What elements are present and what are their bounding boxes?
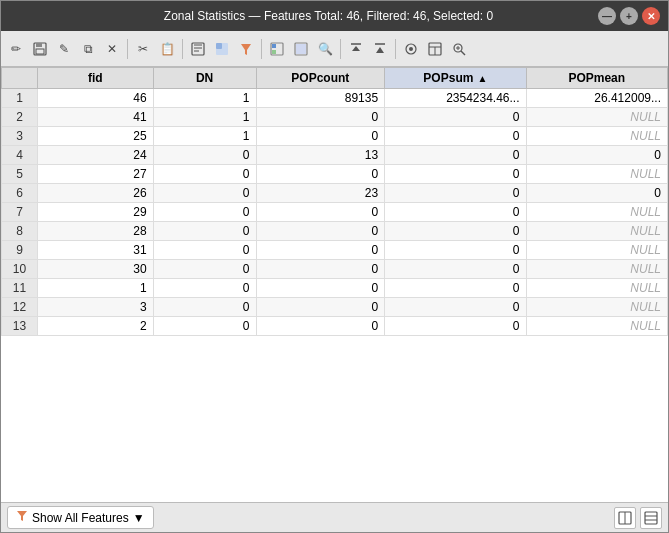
table-row[interactable]: 729000NULL: [2, 203, 668, 222]
svg-marker-28: [17, 511, 27, 521]
col-header-rownum[interactable]: [2, 68, 38, 89]
filter-rows-icon[interactable]: [235, 38, 257, 60]
cell-popmean: NULL: [526, 165, 667, 184]
cell-dn: 0: [153, 184, 256, 203]
cell-popcount: 13: [256, 146, 385, 165]
cell-rownum: 4: [2, 146, 38, 165]
title-bar: Zonal Statistics — Features Total: 46, F…: [1, 1, 668, 31]
cell-popsum: 0: [385, 241, 526, 260]
cell-popmean: 0: [526, 184, 667, 203]
maximize-button[interactable]: +: [620, 7, 638, 25]
cell-popsum: 0: [385, 298, 526, 317]
table-row[interactable]: 123000NULL: [2, 298, 668, 317]
col-header-popsum[interactable]: POPsum ▲: [385, 68, 526, 89]
cell-popmean: NULL: [526, 127, 667, 146]
table-row[interactable]: 931000NULL: [2, 241, 668, 260]
save-edits-icon[interactable]: [29, 38, 51, 60]
toolbar: ✏ ✎ ⧉ ✕ ✂ 📋 🔍: [1, 31, 668, 67]
move-selection-icon[interactable]: [266, 38, 288, 60]
status-bar: Show All Features ▼: [1, 502, 668, 532]
cell-popmean: NULL: [526, 317, 667, 336]
pencil-icon[interactable]: ✎: [53, 38, 75, 60]
status-icons: [614, 507, 662, 529]
svg-point-20: [409, 47, 413, 51]
cell-dn: 0: [153, 165, 256, 184]
zoom-selected-icon[interactable]: [187, 38, 209, 60]
pan-map-icon[interactable]: [211, 38, 233, 60]
cell-fid: 28: [38, 222, 154, 241]
cell-dn: 0: [153, 298, 256, 317]
cell-dn: 0: [153, 279, 256, 298]
cell-rownum: 8: [2, 222, 38, 241]
move-up-icon[interactable]: [369, 38, 391, 60]
cell-dn: 0: [153, 260, 256, 279]
cell-fid: 31: [38, 241, 154, 260]
cell-rownum: 9: [2, 241, 38, 260]
sep5: [395, 39, 396, 59]
cell-fid: 25: [38, 127, 154, 146]
cell-popmean: NULL: [526, 108, 667, 127]
table-row[interactable]: 42401300: [2, 146, 668, 165]
table-row[interactable]: 62602300: [2, 184, 668, 203]
cell-popmean: NULL: [526, 203, 667, 222]
cell-popmean: NULL: [526, 279, 667, 298]
sep1: [127, 39, 128, 59]
zoom-full-icon[interactable]: [448, 38, 470, 60]
cell-rownum: 11: [2, 279, 38, 298]
table-row[interactable]: 1461891352354234.46...26.412009...: [2, 89, 668, 108]
cell-popsum: 0: [385, 108, 526, 127]
move-top-icon[interactable]: [345, 38, 367, 60]
table-body: 1461891352354234.46...26.412009...241100…: [2, 89, 668, 336]
cell-rownum: 13: [2, 317, 38, 336]
search-icon[interactable]: 🔍: [314, 38, 336, 60]
svg-marker-18: [376, 47, 384, 53]
actions-icon[interactable]: [400, 38, 422, 60]
table-row[interactable]: 111000NULL: [2, 279, 668, 298]
cell-popmean: NULL: [526, 222, 667, 241]
cell-popmean: 26.412009...: [526, 89, 667, 108]
cell-popmean: 0: [526, 146, 667, 165]
show-all-features-button[interactable]: Show All Features ▼: [7, 506, 154, 529]
cell-popmean: NULL: [526, 241, 667, 260]
cell-rownum: 12: [2, 298, 38, 317]
table-row[interactable]: 1030000NULL: [2, 260, 668, 279]
cell-popsum: 0: [385, 222, 526, 241]
col-header-fid[interactable]: fid: [38, 68, 154, 89]
table-row[interactable]: 241100NULL: [2, 108, 668, 127]
svg-marker-9: [241, 44, 251, 55]
delete-row-icon[interactable]: ✕: [101, 38, 123, 60]
layout-icon[interactable]: [640, 507, 662, 529]
cell-popsum: 0: [385, 317, 526, 336]
cell-popcount: 0: [256, 165, 385, 184]
sep4: [340, 39, 341, 59]
svg-rect-12: [272, 50, 276, 54]
cut-icon[interactable]: ✂: [132, 38, 154, 60]
col-header-popcount[interactable]: POPcount: [256, 68, 385, 89]
minimize-button[interactable]: —: [598, 7, 616, 25]
cell-fid: 30: [38, 260, 154, 279]
svg-rect-31: [645, 512, 657, 524]
col-header-popmean[interactable]: POPmean: [526, 68, 667, 89]
deselect-icon[interactable]: [290, 38, 312, 60]
cell-dn: 0: [153, 222, 256, 241]
table-row[interactable]: 132000NULL: [2, 317, 668, 336]
table-row[interactable]: 325100NULL: [2, 127, 668, 146]
svg-line-25: [461, 51, 465, 55]
cell-dn: 0: [153, 203, 256, 222]
cell-fid: 24: [38, 146, 154, 165]
paste-icon[interactable]: 📋: [156, 38, 178, 60]
edit-icon[interactable]: ✏: [5, 38, 27, 60]
svg-rect-2: [36, 49, 44, 54]
copy-table-icon[interactable]: ⧉: [77, 38, 99, 60]
expand-table-icon[interactable]: [614, 507, 636, 529]
close-button[interactable]: ✕: [642, 7, 660, 25]
cell-fid: 46: [38, 89, 154, 108]
cell-dn: 0: [153, 317, 256, 336]
panel-icon[interactable]: [424, 38, 446, 60]
cell-rownum: 5: [2, 165, 38, 184]
cell-popsum: 0: [385, 127, 526, 146]
table-row[interactable]: 828000NULL: [2, 222, 668, 241]
cell-popsum: 2354234.46...: [385, 89, 526, 108]
col-header-dn[interactable]: DN: [153, 68, 256, 89]
table-row[interactable]: 527000NULL: [2, 165, 668, 184]
